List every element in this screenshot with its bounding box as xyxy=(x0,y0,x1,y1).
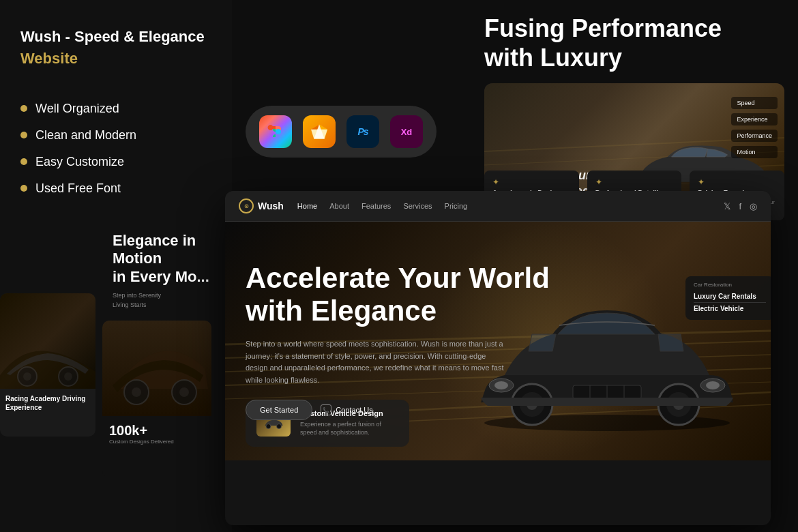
nav-social: 𝕏 f ◎ xyxy=(724,201,757,211)
nav-links: Home About Features Services Pricing xyxy=(297,202,467,210)
features-list: Well Organized Clean and Modern Easy Cus… xyxy=(20,102,211,196)
motion-tag: Motion xyxy=(731,146,778,158)
hero-buttons: Get Started 📞 Contact Us xyxy=(246,400,550,420)
tools-row: Ps Xd xyxy=(246,106,437,158)
nav-logo: ⊙ Wush xyxy=(239,198,284,213)
list-item: Easy Customize xyxy=(20,155,211,169)
list-item: Clean and Modern xyxy=(20,128,211,143)
stats: 100k+ Custom Designs Delivered xyxy=(102,416,211,452)
speed-tags: Speed Experience Performance Motion xyxy=(731,97,778,158)
bullet-icon xyxy=(20,185,27,192)
browser-nav: ⊙ Wush Home About Features Services Pric… xyxy=(225,191,771,222)
svg-point-15 xyxy=(132,387,141,397)
list-item: Used Free Font xyxy=(20,181,211,196)
side-card-title: Car Restoration xyxy=(694,282,766,288)
get-started-button[interactable]: Get Started xyxy=(246,400,312,420)
racing-card: Racing Academy Driving Experience xyxy=(0,293,95,437)
racing-label: Racing Academy Driving Experience xyxy=(0,389,95,417)
bullet-icon xyxy=(20,132,27,138)
contact-us-button[interactable]: 📞 Contact Us xyxy=(321,404,372,415)
brand-title: Wush - Speed & Elegance Website xyxy=(20,27,211,68)
svg-point-40 xyxy=(266,424,271,429)
nav-link-features[interactable]: Features xyxy=(361,202,391,210)
speed-tag: Speed xyxy=(731,97,778,109)
left-card2-bg xyxy=(102,321,211,416)
experience-tag: Experience xyxy=(731,113,778,125)
figma-icon xyxy=(259,115,292,148)
photoshop-icon: Ps xyxy=(346,115,379,148)
phone-icon: 📞 xyxy=(321,404,331,415)
svg-point-11 xyxy=(23,372,31,381)
nav-link-pricing[interactable]: Pricing xyxy=(445,202,468,210)
svg-point-13 xyxy=(64,372,72,381)
svg-point-29 xyxy=(706,381,720,389)
hero-content: Accelerate Your World with Elegance Step… xyxy=(225,262,570,421)
hero-title: Accelerate Your World with Elegance xyxy=(246,262,550,328)
instagram-icon[interactable]: ◎ xyxy=(750,201,757,211)
service-icon: ✦ xyxy=(492,177,571,187)
card-desc: Experience a perfect fusion of speed and… xyxy=(300,420,398,437)
hero-description: Step into a world where speed meets soph… xyxy=(246,338,505,386)
svg-point-41 xyxy=(277,424,282,429)
list-item: Well Organized xyxy=(20,102,211,116)
elegance-sub: Step into SerenityLiving Starts xyxy=(113,291,222,310)
main-browser: ⊙ Wush Home About Features Services Pric… xyxy=(225,191,771,525)
xd-icon: Xd xyxy=(390,115,423,148)
bullet-icon xyxy=(20,105,27,112)
stat-label: Custom Designs Delivered xyxy=(109,439,205,445)
bullet-icon xyxy=(20,158,27,165)
service-icon: ✦ xyxy=(698,177,776,187)
elegance-title: Elegance in Motionin Every Mo... xyxy=(113,232,222,286)
performance-tag: Performance xyxy=(731,130,778,142)
facebook-icon[interactable]: f xyxy=(739,201,741,211)
left-card2: 100k+ Custom Designs Delivered xyxy=(102,321,211,477)
side-card: Car Restoration Luxury Car Rentals Elect… xyxy=(685,276,771,320)
browser-hero: Accelerate Your World with Elegance Step… xyxy=(225,222,771,460)
nav-link-home[interactable]: Home xyxy=(297,202,317,210)
sketch-icon xyxy=(303,115,336,148)
racing-card-bg xyxy=(0,293,95,389)
stat-number: 100k+ xyxy=(109,423,205,439)
nav-link-services[interactable]: Services xyxy=(403,202,432,210)
logo-icon: ⊙ xyxy=(239,198,254,213)
nav-link-about[interactable]: About xyxy=(329,202,349,210)
service-icon: ✦ xyxy=(595,177,674,187)
side-card-item: Electric Vehicle xyxy=(694,303,766,314)
svg-point-17 xyxy=(179,387,189,397)
fusing-performance-heading: Fusing Performance with Luxury xyxy=(484,14,784,72)
twitter-icon[interactable]: 𝕏 xyxy=(724,201,730,211)
side-card-item: Luxury Car Rentals xyxy=(694,291,766,303)
svg-point-0 xyxy=(276,129,281,134)
elegance-block: Elegance in Motionin Every Mo... Step in… xyxy=(113,232,222,310)
